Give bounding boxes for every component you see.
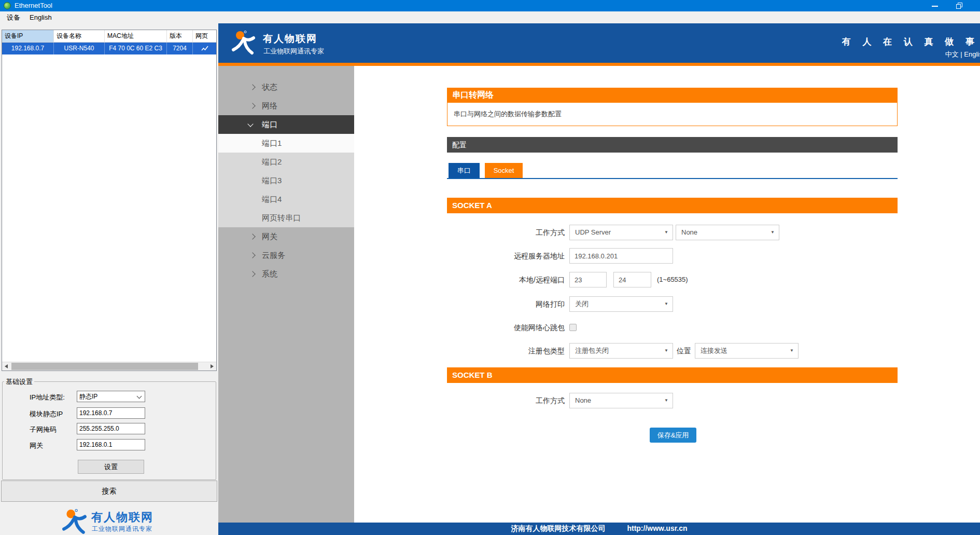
portal-footer: 济南有人物联网技术有限公司http://www.usr.cn [218, 523, 980, 535]
nav-item-port3[interactable]: 端口3 [218, 171, 354, 190]
column-header-device-name[interactable]: 设备名称 [54, 30, 105, 42]
chevron-down-icon [247, 121, 253, 127]
remote-port-field[interactable] [613, 272, 651, 287]
dropdown-arrow-icon: ▼ [664, 344, 668, 358]
work-mode-select[interactable]: UDP Server ▼ [569, 225, 673, 240]
brand-tagline: 工业物联网通讯专家 [263, 47, 324, 56]
menu-item-english[interactable]: English [25, 11, 57, 23]
nav-item-system[interactable]: 系统 [218, 265, 354, 283]
work-mode-b-select[interactable]: None ▼ [569, 393, 673, 408]
app-icon [4, 2, 11, 9]
title-bar: EthernetTool [0, 0, 980, 11]
table-row[interactable]: 192.168.0.7 USR-N540 F4 70 0C 60 E2 C3 7… [2, 43, 216, 54]
ports-label: 本地/远程端口 [447, 272, 565, 287]
menu-bar: 设备 English [0, 11, 980, 23]
minimize-button[interactable] [926, 0, 944, 11]
sidebar-nav: 状态 网络 端口 端口1 端口2 端口3 端口4 网页转 [218, 66, 354, 523]
tab-underline [447, 178, 898, 179]
port-range-hint: (1~65535) [657, 272, 688, 287]
work-mode-b-label: 工作方式 [447, 393, 565, 408]
slogan: 有 人 在 认 真 做 事 [842, 36, 979, 48]
content-area: 串口转网络 串口与网络之间的数据传输参数配置 配置 串口 Socket SOCK… [354, 66, 980, 523]
page-description: 串口与网络之间的数据传输参数配置 [447, 102, 898, 126]
cell-device-ip: 192.168.0.7 [2, 43, 54, 54]
nav-item-web-to-serial[interactable]: 网页转串口 [218, 209, 354, 227]
nav-item-status[interactable]: 状态 [218, 78, 354, 97]
local-port-field[interactable] [569, 272, 607, 287]
dropdown-arrow-icon: ▼ [790, 344, 794, 358]
device-table-header: 设备IP 设备名称 MAC地址 版本 网页 [2, 30, 216, 43]
chevron-right-icon [249, 84, 255, 90]
ip-type-value: 静态IP [79, 393, 97, 400]
dropdown-arrow-icon: ▼ [664, 225, 668, 240]
chevron-down-icon [137, 394, 142, 399]
device-panel: 设备IP 设备名称 MAC地址 版本 网页 192.168.0.7 USR-N5… [0, 23, 218, 535]
table-horizontal-scrollbar[interactable] [2, 362, 216, 371]
config-section-bar: 配置 [447, 137, 898, 153]
logo-name: 有人物联网 [91, 510, 153, 525]
net-print-label: 网络打印 [447, 296, 565, 312]
column-header-webpage[interactable]: 网页 [193, 30, 216, 42]
reg-type-select[interactable]: 注册包关闭 ▼ [569, 343, 673, 359]
footer-url[interactable]: http://www.usr.cn [627, 524, 687, 532]
chevron-right-icon [249, 234, 255, 239]
nav-item-port1[interactable]: 端口1 [218, 134, 354, 153]
chevron-right-icon [249, 252, 255, 258]
device-table: 设备IP 设备名称 MAC地址 版本 网页 192.168.0.7 USR-N5… [2, 30, 217, 371]
column-header-device-ip[interactable]: 设备IP [2, 30, 54, 42]
column-header-version[interactable]: 版本 [167, 30, 193, 42]
logo-tagline: 工业物联网通讯专家 [92, 525, 152, 533]
tab-serial[interactable]: 串口 [449, 163, 480, 178]
main-column: 串口转网络 串口与网络之间的数据传输参数配置 配置 串口 Socket SOCK… [447, 66, 898, 523]
usr-figure-icon [61, 509, 88, 535]
page-title: 串口转网络 [447, 88, 898, 102]
save-apply-button[interactable]: 保存&应用 [650, 428, 696, 443]
portal-body: 状态 网络 端口 端口1 端口2 端口3 端口4 网页转 [218, 66, 980, 523]
cell-device-name: USR-N540 [54, 43, 105, 54]
work-mode-extra-select[interactable]: None ▼ [676, 225, 779, 240]
set-button[interactable]: 设置 [78, 460, 144, 474]
column-header-mac[interactable]: MAC地址 [105, 30, 167, 42]
subnet-mask-label: 子网掩码 [30, 424, 57, 435]
cell-mac: F4 70 0C 60 E2 C3 [105, 43, 167, 54]
restore-button[interactable] [950, 0, 968, 11]
window-title: EthernetTool [15, 2, 52, 9]
usr-figure-icon-white [231, 31, 257, 56]
nav-item-port2[interactable]: 端口2 [218, 153, 354, 171]
nav-item-cloud[interactable]: 云服务 [218, 246, 354, 265]
position-select[interactable]: 连接发送 ▼ [695, 343, 799, 359]
net-print-select[interactable]: 关闭 ▼ [569, 296, 673, 312]
menu-item-device[interactable]: 设备 [2, 11, 25, 23]
position-label: 位置 [677, 343, 691, 359]
heartbeat-label: 使能网络心跳包 [447, 320, 565, 335]
usr-logo: 有人物联网 工业物联网通讯专家 [61, 509, 196, 534]
language-switch[interactable]: 中文 | English [945, 50, 980, 59]
gateway-field[interactable] [79, 440, 145, 450]
static-ip-field[interactable] [79, 408, 145, 418]
heartbeat-checkbox[interactable] [569, 324, 577, 331]
tab-socket[interactable]: Socket [485, 163, 523, 178]
subnet-mask-field[interactable] [79, 423, 145, 434]
nav-item-network[interactable]: 网络 [218, 97, 354, 115]
brand-name: 有人物联网 [263, 32, 317, 46]
remote-addr-field[interactable] [569, 248, 673, 264]
nav-item-port[interactable]: 端口 [218, 115, 354, 134]
ip-type-select[interactable]: 静态IP [77, 391, 145, 402]
nav-item-gateway[interactable]: 网关 [218, 227, 354, 246]
search-button[interactable]: 搜索 [1, 481, 217, 502]
web-link-icon [201, 46, 208, 51]
scrollbar-thumb[interactable] [11, 363, 198, 370]
scroll-right-icon[interactable] [207, 362, 216, 371]
chevron-right-icon [249, 271, 255, 277]
nav-item-port4[interactable]: 端口4 [218, 190, 354, 209]
socket-b-header: SOCKET B [447, 367, 898, 383]
ip-type-label: IP地址类型: [30, 392, 65, 403]
dropdown-arrow-icon: ▼ [664, 393, 668, 408]
basic-settings-title: 基础设置 [4, 377, 34, 387]
cell-version: 7204 [167, 43, 193, 54]
scroll-left-icon[interactable] [2, 362, 11, 371]
reg-type-label: 注册包类型 [447, 343, 565, 359]
cell-webpage-link[interactable] [193, 43, 216, 54]
static-ip-label: 模块静态IP [30, 408, 63, 420]
dropdown-arrow-icon: ▼ [771, 225, 775, 240]
